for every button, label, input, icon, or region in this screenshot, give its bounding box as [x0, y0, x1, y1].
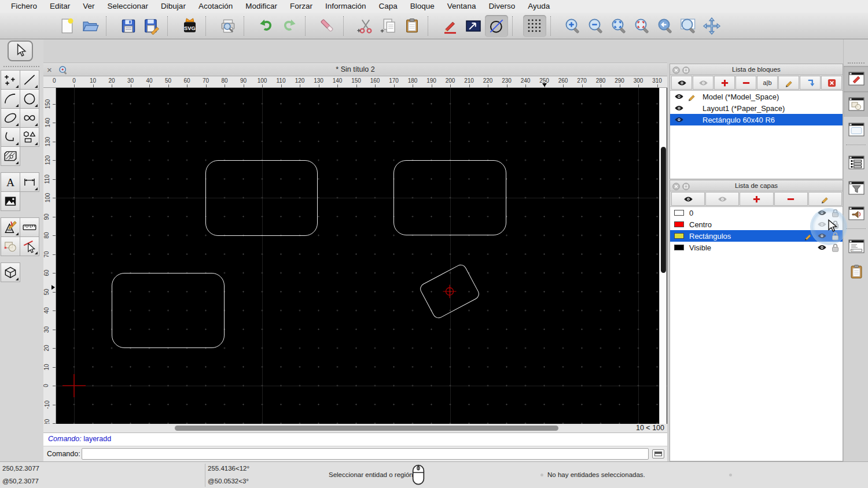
- toolbar-button-zoom-selection[interactable]: [631, 15, 654, 37]
- menu-item-ventana[interactable]: Ventana: [441, 0, 483, 13]
- dock-toggle-filter-window[interactable]: [844, 175, 868, 201]
- rename-block-button[interactable]: a|b: [757, 76, 778, 90]
- palette-tool-polyline[interactable]: [1, 127, 20, 147]
- toolbar-button-draft-mode[interactable]: [485, 15, 508, 37]
- layer-list-item[interactable]: Rectángulos: [670, 230, 843, 242]
- lock-icon[interactable]: [832, 232, 839, 241]
- toolbar-button-zoom-auto[interactable]: [608, 15, 631, 37]
- toolbar-button-cut[interactable]: [354, 15, 377, 37]
- show-all-layers-button[interactable]: [671, 192, 705, 206]
- dock-drag-handle[interactable]: [848, 62, 865, 64]
- dock-toggle-command-window[interactable]: C:: [844, 234, 868, 259]
- palette-tool-spline[interactable]: [20, 108, 39, 128]
- toolbar-button-pen-edit[interactable]: [439, 15, 462, 37]
- menu-item-seleccionar[interactable]: Seleccionar: [101, 0, 155, 13]
- block-list-item[interactable]: Layout1 (*Paper_Space): [670, 102, 843, 114]
- toolbar-button-delete[interactable]: [316, 15, 339, 37]
- palette-tool-circle[interactable]: [20, 89, 39, 109]
- menu-item-capa[interactable]: Capa: [373, 0, 404, 13]
- toolbar-button-zoom-out[interactable]: [584, 15, 608, 37]
- remove-block-button[interactable]: [735, 76, 756, 90]
- vertical-scrollbar-thumb[interactable]: [661, 147, 666, 273]
- entity-rounded-rectangle[interactable]: [205, 160, 318, 236]
- edit-block-button[interactable]: [778, 76, 799, 90]
- add-block-button[interactable]: [714, 76, 735, 90]
- menu-item-informacion[interactable]: Información: [319, 0, 373, 13]
- dock-toggle-shapes-window[interactable]: [844, 91, 868, 117]
- palette-tool-measure[interactable]: [20, 217, 39, 237]
- toolbar-button-zoom-previous[interactable]: [654, 15, 677, 37]
- toolbar-button-svg-export[interactable]: SVG: [178, 15, 201, 37]
- toolbar-button-selection-pointer[interactable]: [462, 15, 485, 37]
- menu-item-fichero[interactable]: Fichero: [5, 0, 43, 13]
- block-list-item[interactable]: Rectángulo 60x40 R6: [670, 114, 843, 125]
- palette-tool-polygon[interactable]: [20, 127, 39, 147]
- dock-toggle-list-window[interactable]: [844, 150, 868, 175]
- palette-drag-handle[interactable]: [3, 66, 39, 69]
- command-input[interactable]: [82, 448, 649, 460]
- toolbar-button-zoom-window[interactable]: [677, 15, 700, 37]
- toolbar-button-copy[interactable]: [377, 15, 400, 37]
- dock-toggle-pen-window[interactable]: [844, 66, 868, 91]
- menu-item-modificar[interactable]: Modificar: [239, 0, 284, 13]
- eye-icon[interactable]: [674, 105, 684, 112]
- selection-tool-button[interactable]: [8, 40, 33, 61]
- eye-icon[interactable]: [674, 93, 684, 101]
- toolbar-button-zoom-pan[interactable]: [700, 15, 723, 37]
- layer-list-item[interactable]: 0: [670, 207, 843, 219]
- palette-tool-hatch[interactable]: [1, 146, 20, 166]
- eye-off-icon[interactable]: [817, 221, 827, 228]
- palette-tool-text[interactable]: A: [1, 172, 20, 192]
- block-list-item[interactable]: Model (*Model_Space): [670, 91, 843, 102]
- palette-tool-snap-pointer[interactable]: [20, 236, 39, 256]
- toolbar-button-redo[interactable]: [278, 15, 301, 37]
- palette-tool-image[interactable]: [1, 191, 20, 211]
- dock-toggle-speaker-window[interactable]: [844, 201, 868, 226]
- horizontal-scrollbar[interactable]: 10 < 100: [43, 424, 667, 432]
- lock-icon[interactable]: [832, 243, 839, 252]
- menu-item-ayuda[interactable]: Ayuda: [521, 0, 556, 13]
- remove-layer-button[interactable]: [774, 192, 808, 206]
- toolbar-button-grid-toggle[interactable]: [523, 15, 546, 37]
- hide-all-layers-button[interactable]: [705, 192, 739, 206]
- dock-toggle-blank-window[interactable]: [844, 117, 868, 142]
- toolbar-button-save[interactable]: [117, 15, 140, 37]
- menu-item-diverso[interactable]: Diverso: [482, 0, 521, 13]
- menu-item-dibujar[interactable]: Dibujar: [155, 0, 192, 13]
- insert-block-button[interactable]: [800, 76, 821, 90]
- menu-item-acotacion[interactable]: Acotación: [192, 0, 239, 13]
- menu-item-bloque[interactable]: Bloque: [404, 0, 441, 13]
- palette-tool-arc[interactable]: [1, 89, 20, 109]
- palette-tool-modify-tools[interactable]: [1, 217, 20, 237]
- lock-icon[interactable]: [832, 220, 839, 229]
- menu-item-editar[interactable]: Editar: [43, 0, 76, 13]
- palette-tool-line[interactable]: [20, 70, 39, 90]
- toolbar-button-new-document[interactable]: [56, 15, 79, 37]
- palette-tool-ellipse[interactable]: [1, 108, 20, 128]
- eye-icon[interactable]: [817, 244, 827, 252]
- menu-item-forzar[interactable]: Forzar: [284, 0, 319, 13]
- palette-tool-block-edit[interactable]: [1, 236, 20, 256]
- show-all-blocks-button[interactable]: [671, 76, 692, 90]
- drawing-canvas[interactable]: [56, 88, 667, 424]
- layer-list-item[interactable]: Centro: [670, 219, 843, 230]
- vertical-scrollbar[interactable]: [659, 88, 667, 424]
- toolbar-button-paste[interactable]: [400, 15, 424, 37]
- hide-all-blocks-button[interactable]: [693, 76, 713, 90]
- menu-item-ver[interactable]: Ver: [76, 0, 101, 13]
- delete-block-button[interactable]: [821, 76, 842, 90]
- dock-toggle-clipboard-window[interactable]: [844, 259, 868, 284]
- palette-tool-dimension[interactable]: [20, 172, 39, 192]
- toolbar-button-undo[interactable]: [255, 15, 278, 37]
- command-options-button[interactable]: [652, 449, 664, 459]
- eye-icon[interactable]: [674, 116, 684, 124]
- toolbar-button-save-as[interactable]: [140, 15, 163, 37]
- palette-tool-viewport-3d[interactable]: [1, 263, 20, 282]
- horizontal-scrollbar-thumb[interactable]: [175, 426, 558, 431]
- layer-list-item[interactable]: Visible: [670, 242, 843, 253]
- lock-icon[interactable]: [832, 209, 839, 217]
- eye-icon[interactable]: [817, 209, 827, 217]
- eye-icon[interactable]: [817, 232, 827, 240]
- palette-tool-points[interactable]: [1, 70, 20, 90]
- entity-rounded-rectangle[interactable]: [112, 273, 225, 348]
